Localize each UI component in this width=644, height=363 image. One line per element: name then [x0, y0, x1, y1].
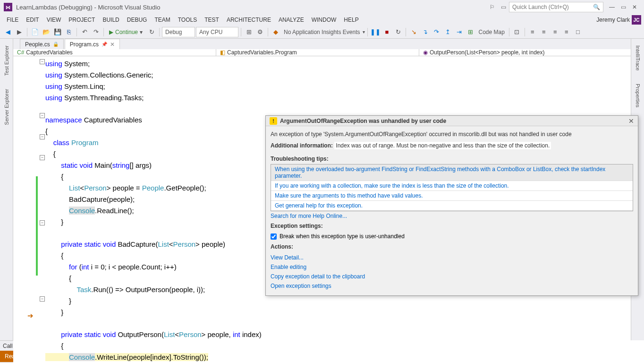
new-project-button[interactable]: 📄	[30, 27, 40, 37]
intellitrace-tab[interactable]: IntelliTrace	[634, 43, 642, 73]
nav-back-button[interactable]: ◀	[3, 27, 13, 37]
feedback-icon[interactable]: ▭	[498, 1, 509, 13]
break-when-unhandled-checkbox[interactable]	[271, 233, 277, 240]
action-enable-editing[interactable]: Enable editing	[266, 262, 638, 272]
close-button[interactable]: ✕	[629, 1, 640, 13]
menu-edit[interactable]: EDIT	[22, 15, 42, 25]
menu-window[interactable]: WINDOW	[308, 15, 340, 25]
break-checkbox-label: Break when this exception type is user-u…	[280, 233, 405, 240]
undo-button[interactable]: ↶	[79, 27, 90, 37]
troubleshooting-tips-list: When using the overloaded two-argument F…	[271, 164, 633, 211]
toolbar-extra5[interactable]: ≡	[561, 27, 572, 37]
exception-header: ! ArgumentOutOfRangeException was unhand…	[266, 116, 638, 126]
titlebar: ⋈ LearnLambdas (Debugging) - Microsoft V…	[0, 0, 644, 14]
action-view-detail[interactable]: View Detail...	[266, 253, 638, 262]
document-tabs: People.cs 🔒 Program.cs 📌 ✕	[13, 39, 644, 49]
codemap-button[interactable]: Code Map	[476, 29, 506, 35]
config-select[interactable]: Debug	[162, 27, 195, 37]
maximize-button[interactable]: ▭	[618, 1, 629, 13]
test-explorer-tab[interactable]: Test Explorer	[3, 43, 10, 78]
close-exception-button[interactable]: ✕	[628, 117, 634, 125]
menu-project[interactable]: PROJECT	[65, 15, 99, 25]
menu-test[interactable]: TEST	[201, 15, 223, 25]
tab-program-cs[interactable]: Program.cs 📌 ✕	[65, 39, 120, 49]
step-over-button[interactable]: ↷	[431, 27, 441, 37]
exception-helper-popup: ! ArgumentOutOfRangeException was unhand…	[265, 115, 638, 296]
vs-logo-icon: ⋈	[4, 3, 12, 11]
method-icon: ◉	[423, 49, 428, 56]
exception-message: An exception of type 'System.ArgumentOut…	[266, 126, 638, 154]
pin-icon[interactable]: 📌	[102, 42, 107, 47]
tip-link[interactable]: Make sure the arguments to this method h…	[271, 191, 633, 201]
platform-select[interactable]: Any CPU	[196, 27, 238, 37]
appinsights-dropdown[interactable]: No Application Insights Events	[282, 29, 362, 35]
nav-scope-select[interactable]: C# CapturedVariables	[13, 49, 216, 56]
show-next-statement-button[interactable]: ↘	[408, 27, 419, 37]
exception-title: ArgumentOutOfRangeException was unhandle…	[280, 118, 626, 124]
warning-icon: !	[270, 117, 277, 125]
save-all-button[interactable]: ⎘	[64, 27, 74, 37]
notification-flag-icon[interactable]: ⚐	[486, 1, 498, 13]
properties-tab[interactable]: Properties	[634, 81, 642, 110]
menu-tools[interactable]: TOOLS	[174, 15, 201, 25]
tip-link[interactable]: When using the overloaded two-argument F…	[271, 164, 633, 181]
editor-gutter[interactable]: ➔	[13, 56, 36, 363]
toolbar: ◀ ▶ 📄 📂 💾 ⎘ ↶ ↷ ▶ Continue ▾ ↻ Debug Any…	[0, 26, 644, 39]
run-to-cursor-button[interactable]: ⇥	[454, 27, 464, 37]
tip-link[interactable]: Get general help for this exception.	[271, 201, 633, 211]
restart-button[interactable]: ↻	[393, 27, 403, 37]
search-online-link[interactable]: Search for more Help Online...	[266, 211, 638, 221]
process-icon[interactable]: ⊞	[244, 27, 254, 37]
menu-view[interactable]: VIEW	[43, 15, 65, 25]
quick-launch-input[interactable]: Quick Launch (Ctrl+Q) 🔍	[509, 2, 603, 12]
tip-link[interactable]: If you are working with a collection, ma…	[271, 181, 633, 191]
menu-help[interactable]: HELP	[340, 15, 362, 25]
nav-class-select[interactable]: ◧ CapturedVariables.Program	[216, 49, 419, 56]
action-open-settings[interactable]: Open exception settings	[266, 281, 638, 291]
pin-icon[interactable]: 🔒	[53, 42, 59, 47]
actions-label: Actions:	[266, 242, 638, 252]
additional-info-label: Additional information:	[271, 142, 333, 149]
stop-button[interactable]: ■	[381, 27, 392, 37]
toolbar-extra1[interactable]: ⊡	[512, 27, 522, 37]
toolbar-extra6[interactable]: □	[573, 27, 583, 37]
window-title: LearnLambdas (Debugging) - Microsoft Vis…	[16, 4, 486, 11]
open-file-button[interactable]: 📂	[41, 27, 51, 37]
left-sidebar: Test Explorer Server Explorer	[0, 39, 13, 340]
appinsights-icon: ◆	[271, 27, 281, 37]
action-copy-detail[interactable]: Copy exception detail to the clipboard	[266, 272, 638, 281]
codemap-icon[interactable]: ⊞	[465, 27, 475, 37]
nav-fwd-button[interactable]: ▶	[14, 27, 25, 37]
exception-settings-label: Exception settings:	[266, 221, 638, 231]
restart-debug-button[interactable]: ↻	[146, 27, 157, 37]
play-icon: ▶	[109, 29, 113, 35]
thread-icon[interactable]: ⚙	[255, 27, 265, 37]
nav-member-select[interactable]: ◉ OutputPerson(List<Person> people, int …	[419, 49, 644, 56]
menu-debug[interactable]: DEBUG	[123, 15, 151, 25]
step-out-button[interactable]: ↥	[442, 27, 453, 37]
menu-build[interactable]: BUILD	[99, 15, 123, 25]
tab-people-cs[interactable]: People.cs 🔒	[20, 39, 64, 49]
close-tab-icon[interactable]: ✕	[110, 41, 115, 48]
continue-button[interactable]: ▶ Continue ▾	[106, 29, 145, 35]
class-icon: ◧	[220, 49, 225, 56]
break-checkbox-row: Break when this exception type is user-u…	[266, 231, 638, 242]
search-icon: 🔍	[593, 4, 600, 10]
pause-button[interactable]: ❚❚	[370, 27, 381, 37]
menu-architecture[interactable]: ARCHITECTURE	[223, 15, 275, 25]
user-name[interactable]: Jeremy Clark	[596, 17, 630, 23]
menu-team[interactable]: TEAM	[151, 15, 174, 25]
menubar: FILE EDIT VIEW PROJECT BUILD DEBUG TEAM …	[0, 14, 644, 26]
menu-file[interactable]: FILE	[3, 15, 22, 25]
chevron-down-icon: ▾	[140, 29, 143, 35]
toolbar-extra4[interactable]: ≡	[550, 27, 560, 37]
menu-analyze[interactable]: ANALYZE	[275, 15, 308, 25]
server-explorer-tab[interactable]: Server Explorer	[3, 86, 10, 128]
user-avatar[interactable]: JC	[632, 15, 641, 25]
step-into-button[interactable]: ↴	[420, 27, 430, 37]
save-button[interactable]: 💾	[52, 27, 63, 37]
toolbar-extra2[interactable]: ≡	[527, 27, 538, 37]
minimize-button[interactable]: —	[606, 1, 618, 13]
redo-button[interactable]: ↷	[91, 27, 101, 37]
toolbar-extra3[interactable]: ≡	[539, 27, 549, 37]
